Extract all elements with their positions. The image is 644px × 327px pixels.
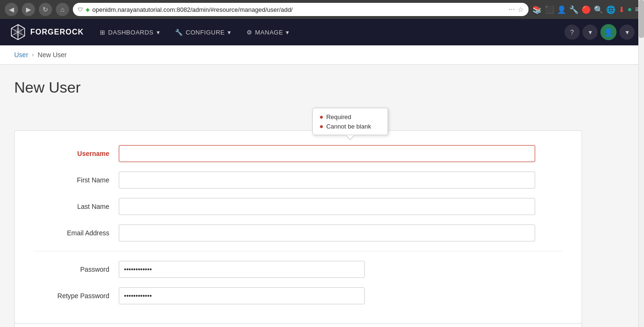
tooltip-required-text: Required — [326, 113, 351, 120]
first-name-row: First Name — [34, 172, 563, 189]
last-name-row: Last Name — [34, 198, 563, 215]
retype-password-label: Retype Password — [34, 292, 119, 300]
last-name-input[interactable] — [119, 198, 535, 215]
url-text: openidm.narayanatutorial.com:8082/admin/… — [92, 6, 506, 13]
address-bar[interactable]: 🛡 ◆ openidm.narayanatutorial.com:8082/ad… — [73, 3, 529, 16]
retype-password-row: Retype Password — [34, 287, 563, 304]
help-button[interactable]: ? — [565, 25, 580, 40]
tooltip-blank-text: Cannot be blank — [326, 123, 371, 130]
tooltip-required-item: ● Required — [319, 113, 381, 120]
more-icon[interactable]: ··· — [509, 5, 515, 14]
back-button[interactable]: ◀ — [5, 3, 18, 16]
first-name-input[interactable] — [119, 172, 535, 189]
user-avatar-button[interactable]: 👤 — [600, 24, 617, 40]
breadcrumb-bar: User › New User — [0, 45, 644, 65]
username-label: Username — [34, 150, 119, 157]
configure-menu[interactable]: 🔧 CONFIGURE ▾ — [168, 25, 238, 40]
shield-icon: 🛡 — [78, 7, 83, 12]
password-row: Password — [34, 261, 563, 278]
ext-colorful1-icon[interactable]: 🔴 — [582, 5, 591, 14]
ext-tab-icon[interactable]: ⬛ — [545, 5, 554, 14]
manage-cog-icon: ⚙ — [247, 29, 253, 36]
form-divider — [34, 251, 563, 251]
breadcrumb-separator: › — [32, 52, 34, 58]
avatar-icon: 👤 — [604, 28, 613, 37]
browser-chrome: ◀ ▶ ↻ ⌂ 🛡 ◆ openidm.narayanatutorial.com… — [0, 0, 644, 19]
configure-label: CONFIGURE — [186, 29, 225, 36]
help-chevron-icon: ▾ — [589, 28, 592, 36]
forgerock-logo — [9, 24, 26, 41]
ext-colorful2-icon[interactable]: ● — [627, 5, 632, 14]
email-label: Email Address — [34, 229, 119, 237]
ext-tools-icon[interactable]: 🔧 — [569, 5, 579, 14]
browser-extension-bar: 📚 ⬛ 👤 🔧 🔴 🔍 🌐 ⬇ ● ≡ — [532, 5, 639, 14]
manage-label: MANAGE — [255, 29, 283, 36]
username-input[interactable] — [119, 145, 535, 162]
dashboards-chevron-icon: ▾ — [157, 29, 160, 36]
url-icon: ◆ — [86, 7, 89, 13]
bookmark-icon[interactable]: ☆ — [518, 6, 524, 13]
ext-library-icon[interactable]: 📚 — [532, 5, 542, 14]
main-content: New User ● Required ● Cannot be blank Us… — [0, 65, 644, 327]
first-name-label: First Name — [34, 176, 119, 184]
help-dropdown-button[interactable]: ▾ — [582, 25, 598, 40]
nav-right-area: ? ▾ 👤 ▾ — [565, 24, 635, 40]
ext-user-icon[interactable]: 👤 — [557, 5, 566, 14]
username-row: Username — [34, 145, 563, 162]
ext-download-icon[interactable]: ⬇ — [618, 5, 625, 14]
blank-error-icon: ● — [319, 122, 323, 130]
manage-chevron-icon: ▾ — [286, 29, 290, 36]
configure-wrench-icon: 🔧 — [175, 29, 183, 36]
retype-password-input[interactable] — [119, 287, 365, 304]
brand-name: FORGEROCK — [30, 28, 84, 36]
breadcrumb-current: New User — [38, 51, 67, 59]
dashboards-grid-icon: ⊞ — [100, 29, 106, 36]
dashboards-menu[interactable]: ⊞ DASHBOARDS ▾ — [93, 25, 167, 40]
nav-menu: ⊞ DASHBOARDS ▾ 🔧 CONFIGURE ▾ ⚙ MANAGE ▾ — [93, 25, 555, 40]
email-input[interactable] — [119, 224, 535, 241]
ext-search-icon[interactable]: 🔍 — [594, 5, 603, 14]
help-icon: ? — [570, 28, 574, 36]
validation-tooltip: ● Required ● Cannot be blank — [312, 108, 388, 135]
scrollbar-track[interactable] — [638, 0, 644, 327]
manage-menu[interactable]: ⚙ MANAGE ▾ — [240, 25, 296, 40]
breadcrumb-parent[interactable]: User — [14, 51, 28, 59]
refresh-button[interactable]: ↻ — [39, 3, 52, 16]
form-footer: Save — [14, 323, 582, 327]
user-chevron-icon: ▾ — [626, 28, 629, 36]
password-input[interactable] — [119, 261, 365, 278]
page-title: New User — [14, 79, 630, 96]
user-dropdown-button[interactable]: ▾ — [619, 25, 635, 40]
home-button[interactable]: ⌂ — [56, 3, 69, 16]
password-label: Password — [34, 266, 119, 273]
tooltip-blank-item: ● Cannot be blank — [319, 122, 381, 130]
email-row: Email Address — [34, 224, 563, 241]
tooltip-box: ● Required ● Cannot be blank — [312, 108, 388, 135]
last-name-label: Last Name — [34, 203, 119, 210]
scrollbar-thumb[interactable] — [639, 0, 644, 38]
ext-globe-icon[interactable]: 🌐 — [606, 5, 616, 14]
navbar: FORGEROCK ⊞ DASHBOARDS ▾ 🔧 CONFIGURE ▾ ⚙… — [0, 19, 644, 45]
brand-logo-area[interactable]: FORGEROCK — [9, 24, 84, 41]
dashboards-label: DASHBOARDS — [108, 29, 154, 36]
new-user-form: Username First Name Last Name Email Addr… — [14, 130, 582, 324]
forward-button[interactable]: ▶ — [22, 3, 35, 16]
configure-chevron-icon: ▾ — [228, 29, 231, 36]
required-error-icon: ● — [319, 113, 323, 120]
